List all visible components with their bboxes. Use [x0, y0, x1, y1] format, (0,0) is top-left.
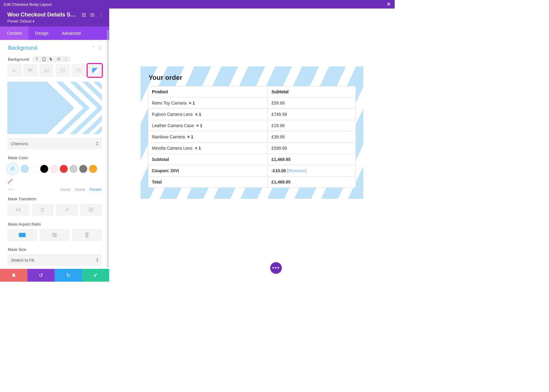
subtotal-row: Subtotal£1,469.95 — [148, 154, 356, 165]
color-swatch[interactable] — [21, 165, 29, 173]
cursor-icon[interactable] — [49, 57, 53, 61]
eyedropper-button[interactable] — [6, 162, 19, 175]
kebab-icon[interactable]: ⋮ — [99, 12, 104, 17]
cancel-button[interactable]: ✖ — [0, 269, 27, 282]
window-title: Edit Checkout Body Layout — [4, 2, 52, 7]
titlebar: Edit Checkout Body Layout ✕ — [0, 0, 395, 9]
col-product: Product — [148, 86, 268, 98]
collapse-icon[interactable]: ˄ — [92, 46, 95, 51]
action-footer: ✖ ↺ ↻ ✔ — [0, 269, 109, 282]
undo-button[interactable]: ↺ — [27, 269, 55, 282]
order-table: Product Subtotal Retro Toy Camera × 1£59… — [148, 86, 356, 188]
colors-tab-global[interactable]: Global — [75, 187, 85, 192]
svg-rect-6 — [13, 71, 16, 72]
colors-tab-recent[interactable]: Recent — [90, 187, 101, 192]
chevron-down-icon: ▾ — [33, 19, 34, 23]
color-swatch[interactable] — [30, 165, 38, 173]
mask-transform-label: Mask Transform — [0, 195, 109, 204]
tab-advanced[interactable]: Advanced — [55, 27, 88, 40]
preset-value: Default — [20, 19, 31, 23]
preview-canvas: Your order Product Subtotal Retro Toy Ca… — [109, 9, 395, 282]
fab-menu-button[interactable]: ••• — [270, 262, 282, 274]
order-block: Your order Product Subtotal Retro Toy Ca… — [141, 66, 363, 199]
mask-size-select[interactable]: Stretch to Fill ▴▾ — [7, 254, 102, 266]
bg-type-pattern[interactable] — [72, 64, 86, 77]
col-subtotal: Subtotal — [268, 86, 356, 98]
aspect-square-button[interactable] — [40, 229, 70, 241]
color-swatch-none[interactable] — [6, 177, 14, 185]
transform-flip-h-button[interactable] — [7, 204, 29, 216]
transform-flip-v-button[interactable] — [32, 204, 54, 216]
bg-type-mask[interactable] — [88, 64, 102, 77]
select-carets-icon: ▴▾ — [96, 258, 98, 262]
mask-size-value: Stretch to Fill — [11, 258, 34, 262]
scrollbar[interactable] — [107, 30, 109, 268]
more-icon[interactable]: ⋮ — [64, 57, 68, 61]
preset-label: Preset: — [7, 19, 19, 23]
save-button[interactable]: ✔ — [82, 269, 109, 282]
bg-type-color[interactable] — [7, 64, 22, 77]
bg-type-gradient[interactable] — [23, 64, 38, 77]
section-title-background[interactable]: Background — [8, 45, 37, 51]
transform-rotate-button[interactable]: ↺ — [56, 204, 78, 216]
module-header: Woo Checkout Details Setti… ⋮ Preset: De… — [0, 9, 109, 27]
table-row: Leather Camera Case × 1£19.99 — [148, 120, 356, 131]
aspect-landscape-button[interactable] — [7, 229, 37, 241]
section-kebab-icon[interactable]: ⋮ — [98, 45, 102, 51]
svg-rect-17 — [90, 209, 92, 211]
color-swatch[interactable] — [70, 165, 77, 173]
module-title: Woo Checkout Details Setti… — [7, 12, 77, 18]
table-row: Rainbow Camera × 1£39.99 — [148, 131, 356, 143]
settings-sidebar: Woo Checkout Details Setti… ⋮ Preset: De… — [0, 9, 109, 282]
preset-selector[interactable]: Preset: Default ▾ — [7, 19, 104, 23]
mask-color-label: Mask Color — [0, 154, 109, 162]
transform-invert-button[interactable] — [80, 204, 102, 216]
bg-type-image[interactable] — [39, 64, 54, 77]
table-row: Fujinon Camera Lens × 1£749.99 — [148, 109, 356, 120]
more-swatches-icon[interactable]: ••• — [8, 187, 14, 192]
colors-tab-saved[interactable]: Saved — [60, 187, 70, 192]
order-heading: Your order — [149, 74, 356, 82]
columns-icon[interactable] — [90, 12, 95, 17]
mask-size-label: Mask Size — [0, 245, 109, 254]
svg-point-9 — [45, 69, 46, 70]
svg-rect-11 — [77, 69, 81, 72]
tab-design[interactable]: Design — [28, 27, 55, 40]
mask-style-select[interactable]: Chevrons ▴▾ — [7, 138, 102, 149]
settings-tabs: Content Design Advanced — [0, 27, 109, 40]
background-field-label: Background — [8, 57, 29, 62]
redo-button[interactable]: ↻ — [55, 269, 82, 282]
mobile-icon[interactable] — [42, 57, 46, 61]
reset-icon[interactable]: ↺ — [56, 57, 61, 61]
table-row: Minolta Camera Lens × 1£599.99 — [148, 143, 356, 154]
coupon-row: Coupon: DIVI-£10.00 [Remove] — [148, 165, 356, 176]
close-icon[interactable]: ✕ — [386, 2, 391, 7]
mask-preview — [7, 82, 102, 134]
color-swatch[interactable] — [89, 165, 97, 173]
select-carets-icon: ▴▾ — [96, 141, 98, 146]
mask-style-value: Chevrons — [11, 141, 28, 146]
bg-type-video[interactable] — [56, 64, 70, 77]
total-row: Total£1,469.95 — [148, 176, 356, 188]
help-icon[interactable]: ? — [34, 57, 39, 61]
svg-point-1 — [84, 14, 84, 15]
aspect-portrait-button[interactable] — [72, 229, 102, 241]
color-swatch[interactable] — [50, 165, 58, 173]
table-row: Retro Toy Camera × 1£59.99 — [148, 98, 356, 109]
color-swatch[interactable] — [79, 165, 87, 173]
tab-content[interactable]: Content — [0, 27, 28, 40]
coupon-remove-link[interactable]: [Remove] — [287, 168, 307, 173]
color-swatch[interactable] — [40, 165, 48, 173]
mask-aspect-label: Mask Aspect Ratio — [0, 220, 109, 229]
expand-icon[interactable] — [82, 12, 86, 17]
color-swatch[interactable] — [60, 165, 68, 173]
